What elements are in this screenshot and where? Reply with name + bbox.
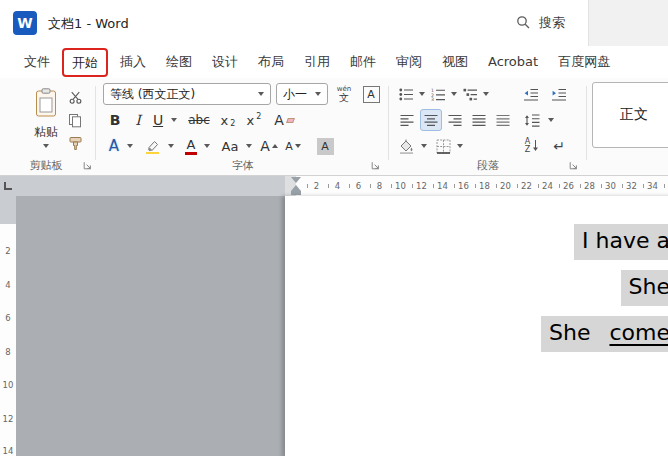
tab-mailings[interactable]: 邮件	[340, 46, 386, 78]
clear-formatting-button[interactable]: A	[270, 109, 298, 131]
paint-bucket-icon	[399, 139, 415, 154]
copy-button[interactable]	[62, 109, 88, 131]
tab-draw[interactable]: 绘图	[156, 46, 202, 78]
change-case-button[interactable]: Aa	[217, 135, 243, 157]
selected-text[interactable]: I have a	[574, 224, 668, 260]
align-center-button[interactable]	[420, 109, 442, 131]
change-case-chevron[interactable]	[243, 135, 254, 157]
tab-references[interactable]: 引用	[294, 46, 340, 78]
style-normal[interactable]: 正文	[620, 106, 648, 124]
font-dialog-launcher-icon[interactable]	[370, 160, 380, 170]
highlighter-icon	[145, 139, 160, 154]
font-color-button[interactable]: A	[181, 135, 201, 157]
font-color-icon: A	[185, 138, 197, 155]
italic-button[interactable]: I	[128, 109, 148, 131]
selected-underlined-text[interactable]: come	[609, 316, 668, 352]
justify-button[interactable]	[468, 109, 490, 131]
multilevel-list-icon	[463, 88, 478, 101]
increase-indent-button[interactable]	[548, 83, 570, 105]
word-app-icon[interactable]: W	[13, 11, 37, 35]
shading-chevron[interactable]	[418, 135, 429, 157]
highlight-color-chevron[interactable]	[165, 135, 176, 157]
character-shading-icon: A	[317, 138, 334, 155]
character-border-button[interactable]: A	[359, 83, 383, 105]
clipboard-dialog-launcher-icon[interactable]	[82, 160, 92, 170]
tab-layout[interactable]: 布局	[248, 46, 294, 78]
tab-view[interactable]: 视图	[432, 46, 478, 78]
show-marks-button[interactable]: ↵	[548, 135, 570, 157]
distribute-button[interactable]	[492, 109, 514, 131]
shading-button[interactable]	[396, 135, 418, 157]
pinyin-icon: wén 文	[337, 86, 351, 103]
line-spacing-button[interactable]	[520, 109, 544, 131]
tab-baidu-netdisk[interactable]: 百度网盘	[548, 46, 620, 78]
cut-button[interactable]	[62, 86, 88, 108]
font-color-chevron[interactable]	[201, 135, 212, 157]
multilevel-chevron[interactable]	[480, 83, 491, 105]
tab-acrobat[interactable]: Acrobat	[478, 46, 548, 78]
document-line[interactable]: She	[285, 274, 668, 299]
tab-design[interactable]: 设计	[202, 46, 248, 78]
justify-icon	[472, 114, 486, 127]
clipboard-icon	[34, 88, 58, 121]
align-right-button[interactable]	[444, 109, 466, 131]
tab-stop-selector[interactable]	[0, 176, 16, 196]
borders-chevron[interactable]	[454, 135, 465, 157]
numbering-chevron[interactable]	[448, 83, 459, 105]
borders-button[interactable]	[432, 135, 454, 157]
selected-text[interactable]: She	[621, 270, 668, 306]
eraser-icon	[286, 118, 295, 123]
increase-indent-icon	[551, 88, 567, 101]
text-highlight-button[interactable]	[140, 135, 164, 157]
grow-font-button[interactable]: A	[258, 135, 280, 157]
first-line-indent-marker[interactable]	[291, 177, 301, 183]
titlebar: W 文档1 - Word 搜索	[0, 0, 668, 46]
subscript-button[interactable]: x2	[216, 109, 240, 131]
align-right-icon	[448, 114, 462, 127]
styles-gallery[interactable]: 正文	[592, 82, 668, 148]
tab-insert[interactable]: 插入	[110, 46, 156, 78]
strikethrough-button[interactable]: abc	[184, 109, 214, 131]
tab-home[interactable]: 开始	[62, 48, 108, 77]
bold-button[interactable]: B	[104, 109, 126, 131]
tab-review[interactable]: 审阅	[386, 46, 432, 78]
font-name-combo[interactable]: 等线 (西文正文)	[103, 83, 271, 105]
sort-arrow-icon	[532, 140, 539, 152]
titlebar-right-panel	[588, 0, 668, 46]
dropdown-chevron-icon	[315, 92, 321, 96]
multilevel-list-button[interactable]	[460, 83, 480, 105]
bullets-chevron[interactable]	[416, 83, 427, 105]
document-line[interactable]: She come	[285, 320, 668, 345]
selected-text[interactable]: She	[541, 316, 609, 352]
line-spacing-icon	[524, 114, 540, 127]
align-left-button[interactable]	[396, 109, 418, 131]
bullet-list-icon	[399, 88, 414, 101]
line-spacing-chevron[interactable]	[545, 109, 556, 131]
document-line[interactable]: I have a	[285, 228, 668, 253]
text-effects-button[interactable]: A	[104, 135, 124, 157]
paragraph-dialog-launcher-icon[interactable]	[568, 160, 578, 170]
shrink-font-button[interactable]: A	[282, 135, 304, 157]
underline-options-chevron[interactable]	[168, 109, 179, 131]
phonetic-guide-button[interactable]: wén 文	[331, 83, 357, 105]
group-divider	[586, 86, 587, 160]
sort-button[interactable]: A Z	[520, 135, 544, 157]
superscript-button[interactable]: x2	[242, 109, 266, 131]
paragraph-group-label: 段落	[390, 158, 586, 173]
caret-down-icon	[295, 144, 301, 148]
numbering-button[interactable]: 123	[428, 83, 448, 105]
text-effects-chevron[interactable]	[124, 135, 135, 157]
font-size-combo[interactable]: 小一	[276, 83, 328, 105]
search-icon	[516, 15, 530, 32]
underline-button[interactable]: U	[148, 109, 168, 131]
character-border-icon: A	[363, 86, 380, 103]
format-painter-button[interactable]	[62, 132, 88, 154]
tab-file[interactable]: 文件	[14, 46, 60, 78]
ruler-numbers: 2 4 6 8 10 12 14 16 18 20 22 24 26 28 30…	[306, 176, 663, 196]
character-shading-button[interactable]: A	[312, 135, 338, 157]
decrease-indent-button[interactable]	[520, 83, 542, 105]
left-indent-marker[interactable]	[291, 191, 301, 195]
bullets-button[interactable]	[396, 83, 416, 105]
format-painter-icon	[68, 136, 83, 151]
search-box[interactable]: 搜索	[506, 9, 586, 37]
